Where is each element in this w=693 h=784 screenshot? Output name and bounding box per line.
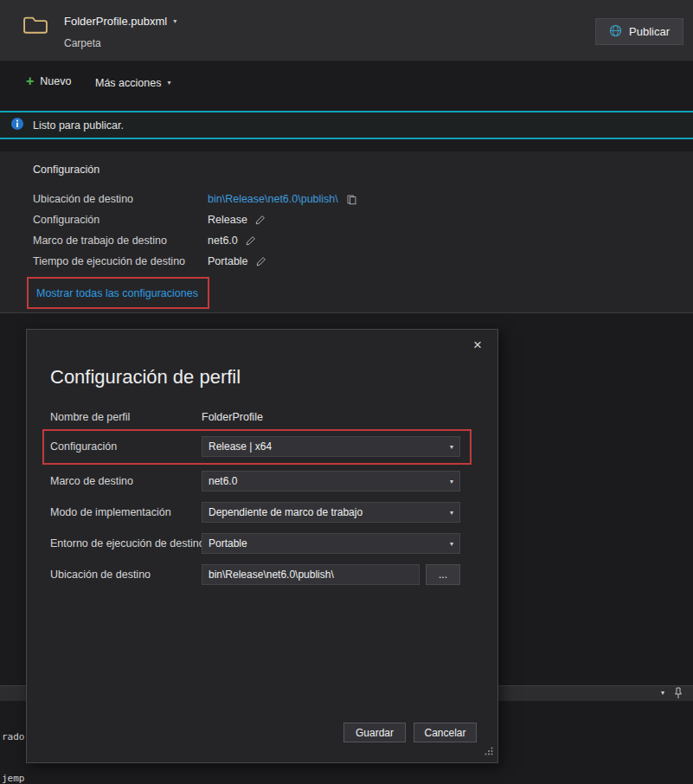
deployment-mode-label: Modo de implementación bbox=[50, 506, 171, 518]
target-framework-select[interactable]: net6.0 ▾ bbox=[202, 471, 460, 492]
dialog-title: Configuración de perfil bbox=[50, 366, 241, 389]
save-button[interactable]: Guardar bbox=[343, 723, 406, 742]
publish-button-label: Publicar bbox=[629, 25, 670, 38]
publish-header: FolderProfile.pubxml ▾ Carpeta Publicar bbox=[0, 0, 693, 61]
setting-value: net6.0 bbox=[208, 235, 238, 247]
publish-globe-icon bbox=[609, 24, 622, 40]
target-location-label: Ubicación de destino bbox=[50, 569, 151, 581]
target-location-input[interactable]: bin\Release\net6.0\publish\ bbox=[202, 564, 420, 585]
chevron-down-icon: ▾ bbox=[450, 443, 453, 451]
close-icon[interactable]: × bbox=[468, 336, 487, 355]
chevron-down-icon: ▾ bbox=[450, 478, 453, 485]
settings-panel-title: Configuración bbox=[33, 164, 693, 176]
browse-button[interactable]: ... bbox=[426, 564, 460, 585]
setting-row-target-framework: Marco de trabajo de destino net6.0 bbox=[33, 230, 693, 251]
setting-value: Release bbox=[208, 214, 247, 226]
setting-label: Tiempo de ejecución de destino bbox=[33, 255, 208, 267]
more-actions-label: Más acciones bbox=[95, 77, 161, 89]
target-location-link[interactable]: bin\Release\net6.0\publish\ bbox=[208, 193, 338, 205]
resize-grip[interactable] bbox=[483, 745, 495, 761]
output-chevron-down-icon[interactable]: ▾ bbox=[661, 689, 664, 697]
setting-label: Ubicación de destino bbox=[33, 193, 208, 205]
pin-icon[interactable] bbox=[674, 687, 683, 703]
copy-icon[interactable] bbox=[346, 194, 357, 205]
deployment-mode-select-value: Dependiente de marco de trabajo bbox=[209, 506, 363, 518]
status-message: Listo para publicar. bbox=[33, 119, 124, 132]
status-infobar: Listo para publicar. bbox=[0, 111, 693, 139]
folder-icon bbox=[22, 15, 48, 39]
profile-settings-dialog: × Configuración de perfil Nombre de perf… bbox=[26, 329, 498, 763]
profile-title-label: FolderProfile.pubxml bbox=[64, 15, 167, 28]
cancel-button[interactable]: Cancelar bbox=[414, 723, 477, 742]
target-framework-select-value: net6.0 bbox=[209, 475, 237, 487]
plus-icon: + bbox=[26, 75, 34, 87]
setting-label: Configuración bbox=[33, 214, 208, 226]
setting-row-configuration: Configuración Release bbox=[33, 209, 693, 230]
new-profile-button[interactable]: + Nuevo bbox=[26, 75, 71, 87]
edit-pencil-icon[interactable] bbox=[246, 235, 256, 246]
show-all-settings-link[interactable]: Mostrar todas las configuraciones bbox=[36, 287, 198, 299]
profile-subtitle: Carpeta bbox=[64, 37, 101, 49]
info-icon bbox=[10, 117, 24, 134]
target-runtime-select-value: Portable bbox=[209, 537, 247, 549]
configuration-select[interactable]: Release | x64 ▾ bbox=[202, 436, 460, 457]
more-actions-button[interactable]: Más acciones ▾ bbox=[95, 77, 170, 89]
settings-summary-panel: Configuración Ubicación de destino bin\R… bbox=[0, 151, 693, 313]
console-line: jemp bbox=[2, 772, 25, 784]
chevron-down-icon: ▾ bbox=[167, 80, 170, 87]
target-location-input-value: bin\Release\net6.0\publish\ bbox=[209, 569, 334, 581]
show-all-red-highlight: Mostrar todas las configuraciones bbox=[27, 277, 209, 309]
setting-row-target-runtime: Tiempo de ejecución de destino Portable bbox=[33, 251, 693, 272]
target-runtime-select[interactable]: Portable ▾ bbox=[202, 533, 460, 554]
deployment-mode-select[interactable]: Dependiente de marco de trabajo ▾ bbox=[202, 502, 460, 523]
setting-value: Portable bbox=[208, 255, 248, 267]
setting-label: Marco de trabajo de destino bbox=[33, 235, 208, 247]
publish-button[interactable]: Publicar bbox=[595, 18, 683, 45]
profile-title-dropdown[interactable]: FolderProfile.pubxml ▾ bbox=[64, 15, 176, 28]
new-profile-label: Nuevo bbox=[40, 75, 71, 87]
setting-row-target-location: Ubicación de destino bin\Release\net6.0\… bbox=[33, 189, 693, 209]
output-console: rado jemp 00: === bbox=[2, 703, 25, 784]
profile-name-value: FolderProfile bbox=[202, 411, 263, 423]
publish-page: FolderProfile.pubxml ▾ Carpeta Publicar … bbox=[0, 0, 693, 784]
edit-pencil-icon[interactable] bbox=[256, 256, 266, 267]
console-line: rado bbox=[2, 730, 25, 744]
edit-pencil-icon[interactable] bbox=[255, 215, 266, 225]
target-runtime-label: Entorno de ejecución de destino bbox=[50, 537, 205, 549]
chevron-down-icon: ▾ bbox=[450, 509, 453, 517]
configuration-label: Configuración bbox=[50, 440, 117, 453]
chevron-down-icon: ▾ bbox=[173, 18, 176, 25]
profile-name-label: Nombre de perfil bbox=[50, 411, 130, 423]
configuration-select-value: Release | x64 bbox=[209, 440, 272, 453]
chevron-down-icon: ▾ bbox=[450, 540, 453, 548]
target-framework-label: Marco de destino bbox=[50, 475, 133, 487]
